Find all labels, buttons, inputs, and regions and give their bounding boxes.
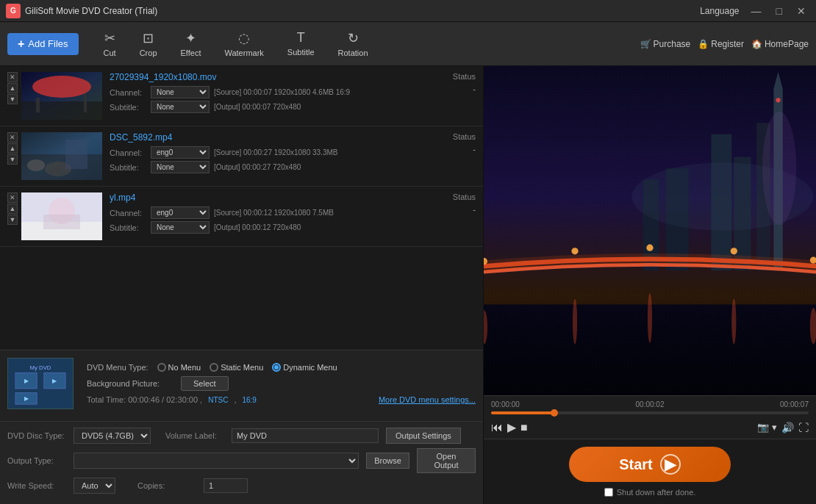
disc-type-select[interactable]: DVD5 (4.7GB) [74, 428, 151, 444]
dynamic-menu-radio[interactable] [272, 363, 281, 372]
no-menu-option[interactable]: No Menu [157, 363, 201, 372]
open-output-button[interactable]: Open Output [417, 448, 476, 473]
move-down-button-3[interactable]: ▼ [7, 215, 18, 225]
maximize-button[interactable]: □ [772, 4, 787, 18]
subtitle-label-2: Subtitle: [110, 163, 146, 172]
shutdown-checkbox[interactable] [604, 488, 613, 497]
svg-point-33 [646, 245, 653, 251]
copies-input[interactable]: 1 [204, 478, 248, 493]
browse-button[interactable]: Browse [366, 453, 409, 469]
time-mid: 00:00:02 [636, 400, 665, 408]
svg-point-39 [648, 293, 652, 343]
ntsc-link[interactable]: NTSC [208, 396, 228, 404]
tool-effect[interactable]: ✦ Effect [171, 27, 212, 60]
play-pause-button[interactable]: ▶ [507, 420, 516, 434]
rewind-button[interactable]: ⏮ [491, 421, 503, 434]
output-type-select[interactable] [74, 453, 359, 469]
file-subtitle-row-2: Subtitle: None [Output] 00:00:27 720x480 [110, 161, 476, 173]
plus-icon: + [18, 37, 24, 51]
file-info-1: 27029394_1920x1080.mov Channel: None [So… [110, 72, 476, 115]
output-info-2: [Output] 00:00:27 720x480 [214, 163, 301, 171]
static-menu-radio[interactable] [210, 363, 218, 372]
subtitle-select-2[interactable]: None [151, 161, 210, 173]
file-subtitle-row-3: Subtitle: None [Output] 00:00:12 720x480 [110, 221, 476, 234]
svg-text:▶: ▶ [52, 378, 57, 384]
file-channel-row-2: Channel: eng0 [Source] 00:00:27 1920x108… [110, 146, 476, 159]
channel-select-3[interactable]: eng0 [151, 206, 210, 219]
effect-icon: ✦ [185, 30, 196, 46]
output-settings-button[interactable]: Output Settings [386, 428, 461, 444]
tool-subtitle[interactable]: T Subtitle [277, 27, 325, 60]
fullscreen-button[interactable]: ⛶ [798, 422, 809, 433]
subtitle-select-1[interactable]: None [151, 101, 210, 113]
rotation-label: Rotation [338, 48, 368, 57]
minimize-button[interactable]: — [747, 4, 766, 18]
channel-select-2[interactable]: eng0 [151, 146, 210, 159]
language-button[interactable]: Language [700, 6, 739, 16]
dvd-thumbnail: My DVD ▶ ▶ ▶ [7, 358, 74, 409]
channel-label-1: Channel: [110, 88, 146, 97]
home-icon: 🏠 [751, 39, 762, 49]
channel-label-2: Channel: [110, 148, 146, 157]
static-menu-option[interactable]: Static Menu [210, 363, 263, 372]
dynamic-menu-option[interactable]: Dynamic Menu [272, 363, 337, 372]
add-files-button[interactable]: + Add Files [7, 33, 79, 55]
aspect-link[interactable]: 16:9 [242, 396, 256, 404]
register-link[interactable]: 🔒 Register [698, 39, 744, 49]
svg-point-43 [762, 112, 796, 225]
svg-text:My DVD: My DVD [30, 364, 51, 371]
crop-label: Crop [140, 48, 157, 57]
dvd-info: DVD Menu Type: No Menu Static Menu Dynam… [87, 363, 476, 404]
stop-button[interactable]: ■ [520, 421, 528, 434]
watermark-label: Watermark [224, 48, 263, 57]
file-list: ✕ ▲ ▼ [0, 66, 483, 350]
move-up-button-2[interactable]: ▲ [7, 143, 18, 154]
output-type-row: Output Type: Browse Open Output [7, 448, 476, 473]
move-up-button-3[interactable]: ▲ [7, 204, 18, 214]
tool-watermark[interactable]: ◌ Watermark [214, 27, 273, 60]
more-settings-link[interactable]: More DVD menu settings... [379, 395, 476, 404]
snapshot-button[interactable]: 📷 ▾ [757, 422, 777, 433]
subtitle-select-3[interactable]: None [151, 221, 210, 234]
player-right-controls: 📷 ▾ 🔊 ⛶ [757, 422, 809, 433]
progress-thumb[interactable] [551, 409, 558, 417]
purchase-link[interactable]: 🛒 Purchase [640, 39, 691, 49]
svg-rect-3 [36, 98, 40, 112]
channel-select-1[interactable]: None [151, 86, 210, 98]
video-controls: 00:00:00 00:00:02 00:00:07 ⏮ ▶ ■ 📷 ▾ 🔊 ⛶ [484, 395, 816, 439]
start-button[interactable]: Start ▶ [569, 447, 731, 482]
tool-cut[interactable]: ✂ Cut [93, 27, 126, 60]
svg-point-40 [731, 299, 736, 345]
move-down-button-1[interactable]: ▼ [7, 94, 18, 104]
bg-picture-row: Background Picture: Select [87, 376, 476, 391]
homepage-link[interactable]: 🏠 HomePage [751, 39, 809, 49]
remove-button-1[interactable]: ✕ [7, 72, 18, 82]
copies-label: Copies: [137, 481, 196, 490]
tool-rotation[interactable]: ↻ Rotation [328, 27, 379, 60]
source-info-1: [Source] 00:00:07 1920x1080 4.6MB 16:9 [214, 88, 350, 96]
volume-button[interactable]: 🔊 [781, 422, 794, 433]
toolbar: + Add Files ✂ Cut ⊡ Crop ✦ Effect ◌ Wate… [0, 22, 816, 66]
time-row: 00:00:00 00:00:02 00:00:07 [491, 400, 809, 408]
move-up-button-1[interactable]: ▲ [7, 83, 18, 93]
close-button[interactable]: ✕ [792, 4, 810, 18]
dvd-main-row: My DVD ▶ ▶ ▶ DVD Menu Type: No [7, 358, 476, 409]
file-info-2: DSC_5892.mp4 Channel: eng0 [Source] 00:0… [110, 132, 476, 176]
status-label-2: Status [453, 132, 476, 141]
no-menu-radio[interactable] [157, 363, 166, 372]
volume-input[interactable]: My DVD [232, 428, 379, 443]
channel-label-3: Channel: [110, 209, 146, 217]
remove-button-3[interactable]: ✕ [7, 192, 18, 203]
progress-bar[interactable] [491, 411, 809, 414]
output-info-3: [Output] 00:00:12 720x480 [214, 223, 301, 231]
status-value-3: - [473, 205, 476, 214]
move-down-button-2[interactable]: ▼ [7, 154, 18, 165]
tool-crop[interactable]: ⊡ Crop [129, 27, 168, 60]
write-speed-select[interactable]: Auto [74, 478, 115, 494]
remove-button-2[interactable]: ✕ [7, 132, 18, 143]
file-name-2: DSC_5892.mp4 [110, 132, 476, 143]
time-end: 00:00:07 [780, 400, 809, 408]
select-picture-button[interactable]: Select [181, 376, 229, 391]
video-preview [484, 66, 816, 395]
subtitle-label: Subtitle [287, 48, 315, 57]
